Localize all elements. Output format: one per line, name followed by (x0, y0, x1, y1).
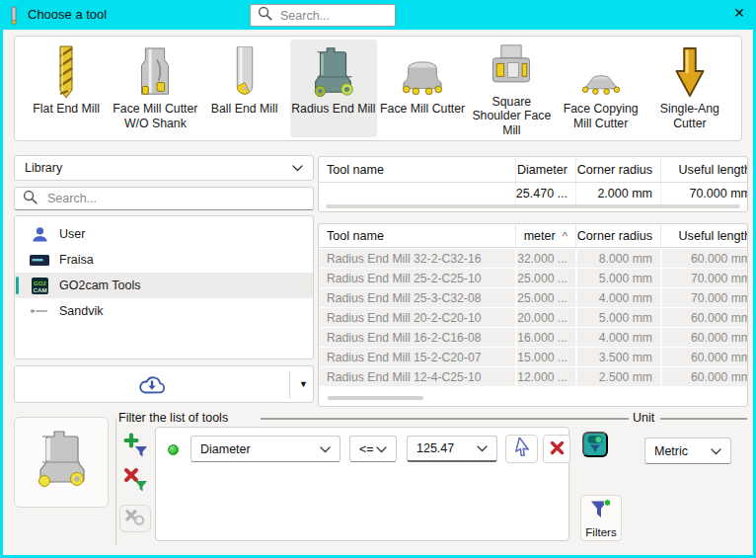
tool-type-label: Ball End Mill (211, 102, 278, 117)
tool-preview (14, 417, 109, 508)
radius-end-mill-preview-image (33, 429, 90, 496)
filter-operator-value: <= (359, 442, 374, 456)
sandvik-logo (30, 307, 49, 315)
cell-diameter: 125.470 ... (515, 183, 575, 204)
filters-button[interactable]: Filters (580, 495, 622, 541)
face-mill-cutter-icon (397, 42, 448, 102)
cell-diameter: 12.000 ... (515, 367, 575, 386)
tool-type-face-mill-cutter[interactable]: Face Mill Cutter (379, 40, 466, 137)
single-angle-cutter-icon (673, 42, 707, 102)
column-header-diameter-sorted[interactable]: meter ^ (515, 224, 575, 247)
cell-corner-radius: 2.000 mm (575, 183, 660, 204)
add-filter-button[interactable] (121, 432, 151, 461)
cell-diameter: 25.000 ... (515, 269, 575, 287)
cell-useful-length: 60.000 mm (660, 249, 748, 268)
column-header-corner-radius[interactable]: Corner radius (575, 224, 660, 247)
filter-toggle-button[interactable] (582, 432, 608, 457)
cell-diameter: 25.000 ... (515, 288, 575, 307)
titlebar-search[interactable] (250, 4, 396, 27)
cell-tool-name: Radius End Mill 20-2-C20-10 (319, 311, 515, 325)
dropdown-arrow-icon[interactable]: ▼ (299, 379, 308, 389)
library-item-label: User (59, 227, 85, 241)
filter-value-dropdown[interactable]: 125.47 (407, 436, 497, 462)
column-header-useful-length[interactable]: Useful length (660, 224, 748, 247)
filter-toggle-icon (585, 434, 605, 456)
tool-type-flat-end-mill[interactable]: Flat End Mill (23, 40, 110, 137)
column-header-diameter[interactable]: Diameter (515, 157, 575, 182)
cell-corner-radius: 4.000 mm (575, 288, 660, 307)
clear-filter-disabled-icon (124, 509, 146, 529)
pick-value-button[interactable] (505, 435, 538, 463)
cell-corner-radius: 3.500 mm (575, 348, 660, 366)
cell-tool-name: Radius End Mill 16-2-C16-08 (319, 331, 515, 345)
library-search-input[interactable] (45, 191, 305, 206)
unit-group-label: Unit (633, 411, 654, 425)
library-item-sandvik[interactable]: Sandvik (15, 298, 313, 324)
cell-tool-name: Radius End Mill 15-2-C20-07 (319, 351, 515, 364)
table-row[interactable]: Radius End Mill 32-2-C32-16 32.000 ... 8… (319, 249, 747, 268)
tool-type-ball-end-mill[interactable]: Ball End Mill (201, 40, 288, 137)
cell-useful-length: 70.000 mm (660, 269, 748, 287)
tool-type-strip: Flat End Mill Face Mill Cutter W/O Shank… (14, 36, 742, 141)
horizontal-scrollbar[interactable] (328, 396, 423, 400)
pointer-pick-icon (513, 438, 531, 460)
flat-end-mill-icon (46, 42, 86, 102)
tool-type-face-copying-mill-cutter[interactable]: Face Copying Mill Cutter (558, 40, 644, 137)
tool-type-label: Face Mill Cutter (380, 102, 465, 117)
library-item-fraisa[interactable]: Fraisa (15, 247, 313, 273)
filter-operator-dropdown[interactable]: <= (349, 436, 397, 462)
window-title: Choose a tool (28, 7, 107, 22)
user-icon (30, 226, 49, 243)
svg-text:GO2: GO2 (33, 279, 46, 285)
tool-type-single-angle-cutter[interactable]: Single-Ang Cutter (646, 40, 733, 137)
mill-tool-icon (9, 6, 19, 30)
table-row[interactable]: Radius End Mill 12-4-C25-10 12.000 ... 2… (319, 367, 747, 386)
face-copying-mill-cutter-icon (575, 42, 627, 102)
table-row[interactable]: Radius End Mill 16-2-C16-08 16.000 ... 4… (319, 328, 747, 347)
go2cam-logo: GO2CAM (30, 278, 49, 294)
column-header-corner-radius[interactable]: Corner radius (575, 157, 660, 182)
tool-type-radius-end-mill[interactable]: Radius End Mill (290, 40, 377, 137)
library-dropdown[interactable]: Library (14, 155, 314, 181)
remove-filter-button[interactable] (121, 466, 151, 496)
table-row[interactable]: Radius End Mill 25-2-C25-10 25.000 ... 5… (319, 269, 747, 287)
filter-field-dropdown[interactable]: Diameter (190, 436, 340, 462)
cell-tool-name: Radius End Mill 25-2-C25-10 (319, 272, 515, 285)
download-library-button[interactable]: ▼ (14, 365, 314, 403)
column-header-tool-name[interactable]: Tool name (319, 229, 515, 243)
funnel-active-icon (589, 499, 613, 523)
column-header-useful-length[interactable]: Useful length (660, 157, 748, 182)
filter-enabled-indicator[interactable] (168, 444, 179, 455)
library-item-go2cam-tools[interactable]: GO2CAM GO2cam Tools (15, 273, 313, 298)
library-search[interactable] (14, 187, 314, 210)
cell-corner-radius: 5.000 mm (575, 269, 660, 287)
tool-type-face-mill-wo-shank[interactable]: Face Mill Cutter W/O Shank (112, 40, 198, 137)
library-item-user[interactable]: User (15, 221, 313, 247)
selected-tool-row[interactable]: 125.470 ... 2.000 mm 70.000 mm (319, 183, 747, 204)
tool-type-label: Square Shoulder Face Mill (468, 95, 555, 138)
filter-value: 125.47 (416, 441, 454, 455)
cell-diameter: 15.000 ... (515, 348, 575, 366)
filter-group-label: Filter the list of tools (118, 411, 228, 425)
column-header-tool-name[interactable]: Tool name (319, 163, 515, 177)
library-item-label: GO2cam Tools (59, 279, 140, 292)
chevron-down-icon (292, 161, 303, 175)
titlebar-search-input[interactable] (278, 8, 388, 24)
tool-type-square-shoulder-face-mill[interactable]: Square Shoulder Face Mill (468, 40, 555, 137)
tool-type-label: Flat End Mill (33, 102, 100, 117)
clear-filters-button[interactable] (119, 505, 151, 532)
cell-tool-name: Radius End Mill 12-4-C25-10 (319, 370, 515, 384)
horizontal-scrollbar[interactable] (326, 204, 740, 208)
groupbox-line (621, 418, 629, 420)
table-row[interactable]: Radius End Mill 25-3-C32-08 25.000 ... 4… (319, 288, 747, 307)
filter-rules-panel: Diameter <= 125.47 (155, 427, 569, 541)
delete-filter-button[interactable] (543, 435, 570, 463)
table-row[interactable]: Radius End Mill 20-2-C20-10 20.000 ... 5… (319, 308, 747, 327)
cell-diameter: 20.000 ... (515, 308, 575, 327)
unit-dropdown[interactable]: Metric (644, 438, 731, 464)
table-row[interactable]: Radius End Mill 15-2-C20-07 15.000 ... 3… (319, 348, 747, 366)
cell-useful-length: 60.000 mm (660, 328, 748, 347)
divider (289, 370, 290, 398)
close-button[interactable]: ✕ (733, 6, 745, 20)
chevron-down-icon (477, 441, 488, 455)
